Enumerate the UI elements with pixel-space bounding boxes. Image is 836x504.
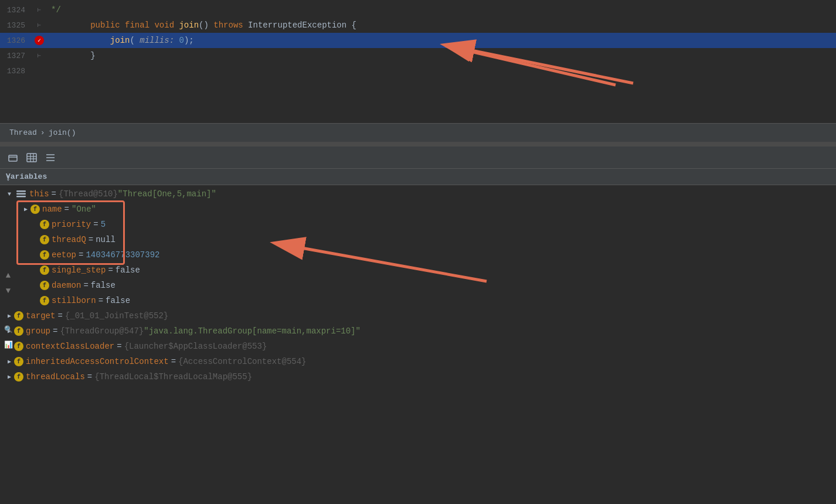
svg-rect-11 bbox=[16, 190, 26, 192]
var-value-single-step: false bbox=[115, 265, 140, 275]
field-icon-stillborn: f bbox=[40, 296, 49, 305]
var-name-target: target bbox=[26, 311, 55, 321]
table-view-button[interactable] bbox=[23, 149, 40, 166]
var-value-group: "java.lang.ThreadGroup[name=main,maxpri=… bbox=[144, 326, 361, 336]
code-lines: 1324 ⊢ */ 1325 ⊢ public final void join(… bbox=[0, 0, 836, 79]
var-row-single-step[interactable]: ▶ f single_step = false bbox=[0, 263, 836, 278]
var-row-daemon[interactable]: ▶ f daemon = false bbox=[0, 278, 836, 293]
line-number-1325: 1325 bbox=[0, 21, 32, 30]
var-equals-daemon: = bbox=[83, 281, 88, 290]
var-equals-stillborn: = bbox=[98, 296, 103, 305]
expand-arrow-name[interactable]: ▶ bbox=[21, 205, 30, 214]
restore-icon bbox=[8, 152, 18, 163]
var-row-inherited-access-control[interactable]: ▶ f inheritedAccessControlContext = {Acc… bbox=[0, 354, 836, 369]
var-row-context-class-loader[interactable]: ▶ f contextClassLoader = {Launcher$AppCl… bbox=[0, 339, 836, 354]
line-gutter-1327: ⊢ bbox=[32, 52, 46, 60]
var-row-name[interactable]: ▶ f name = "One" bbox=[0, 202, 836, 217]
breadcrumb-join[interactable]: join() bbox=[49, 128, 76, 137]
var-equals-this: = bbox=[52, 189, 56, 199]
var-row-thread-locals[interactable]: ▶ f threadLocals = {ThreadLocal$ThreadLo… bbox=[0, 369, 836, 384]
var-value-stillborn: false bbox=[106, 296, 130, 305]
var-row-threadQ[interactable]: ▶ f threadQ = null bbox=[0, 232, 836, 247]
svg-rect-1 bbox=[9, 155, 17, 161]
line-number-1327: 1327 bbox=[0, 52, 32, 60]
hamburger-icon-this bbox=[16, 190, 26, 198]
var-name-this: this bbox=[29, 189, 49, 199]
var-equals-priority: = bbox=[93, 220, 98, 229]
list-icon bbox=[45, 152, 56, 163]
field-icon-thread-locals: f bbox=[14, 372, 23, 382]
sidebar-up-icon[interactable]: ▲ bbox=[1, 268, 15, 282]
var-name-single-step: single_step bbox=[52, 265, 106, 275]
var-equals-name: = bbox=[64, 205, 69, 214]
expand-arrow-thread-locals[interactable]: ▶ bbox=[5, 372, 14, 382]
var-value-threadQ: null bbox=[96, 235, 115, 244]
var-name-group: group bbox=[26, 326, 50, 336]
table-icon bbox=[26, 152, 37, 163]
var-value-priority: 5 bbox=[101, 220, 106, 229]
fold-icon-1327[interactable]: ⊢ bbox=[35, 52, 43, 60]
code-line-1327: 1327 ⊢ } bbox=[0, 48, 836, 63]
svg-rect-3 bbox=[27, 154, 36, 162]
line-content-1327: } bbox=[46, 51, 96, 60]
var-row-stillborn[interactable]: ▶ f stillborn = false bbox=[0, 293, 836, 308]
var-name-threadQ: threadQ bbox=[52, 235, 86, 244]
line-number-1328: 1328 bbox=[0, 67, 32, 76]
var-row-priority[interactable]: ▶ f priority = 5 bbox=[0, 217, 836, 232]
var-value-target: {_01_01_JoinTest@552} bbox=[65, 311, 168, 321]
var-row-target[interactable]: ▶ f target = {_01_01_JoinTest@552} bbox=[0, 308, 836, 323]
var-name-name: name bbox=[42, 205, 62, 214]
line-gutter-1326 bbox=[32, 36, 46, 45]
var-row-eetop[interactable]: ▶ f eetop = 140346773307392 bbox=[0, 247, 836, 263]
expand-arrow-inherited-access-control[interactable]: ▶ bbox=[5, 357, 14, 366]
var-row-group[interactable]: ▶ f group = {ThreadGroup@547} "java.lang… bbox=[0, 323, 836, 339]
field-icon-priority: f bbox=[40, 220, 49, 229]
var-name-daemon: daemon bbox=[52, 281, 81, 290]
panel-divider bbox=[0, 142, 836, 147]
var-ref-group: {ThreadGroup@547} bbox=[60, 326, 144, 336]
svg-rect-13 bbox=[16, 196, 26, 197]
code-editor: 1324 ⊢ */ 1325 ⊢ public final void join(… bbox=[0, 0, 836, 123]
breadcrumb-thread[interactable]: Thread bbox=[9, 128, 37, 137]
field-icon-threadQ: f bbox=[40, 235, 49, 244]
debug-toolbar bbox=[0, 147, 836, 169]
left-sidebar: ↕ ▲ ▼ 🔍 📊 bbox=[0, 169, 16, 354]
breadcrumb-separator: › bbox=[40, 128, 45, 137]
svg-rect-12 bbox=[16, 193, 26, 195]
var-value-context-class-loader: {Launcher$AppClassLoader@553} bbox=[124, 342, 267, 351]
sidebar-watch-icon[interactable]: 📊 bbox=[1, 338, 15, 352]
var-name-thread-locals: threadLocals bbox=[26, 372, 85, 382]
breakpoint-icon[interactable] bbox=[35, 36, 44, 45]
var-row-this[interactable]: ▼ this = {Thread@510} "Thread[One,5,main… bbox=[0, 186, 836, 202]
var-equals-group: = bbox=[53, 326, 57, 336]
sidebar-cursor-icon[interactable]: ↕ bbox=[1, 171, 15, 185]
line-gutter-1325: ⊢ bbox=[32, 21, 46, 29]
field-icon-single-step: f bbox=[40, 265, 49, 275]
var-name-context-class-loader: contextClassLoader bbox=[26, 342, 114, 351]
field-icon-name: f bbox=[30, 205, 40, 214]
line-number-1326: 1326 bbox=[0, 36, 32, 45]
var-equals-threadQ: = bbox=[89, 235, 93, 244]
fold-icon[interactable]: ⊢ bbox=[35, 6, 43, 14]
list-view-button[interactable] bbox=[42, 149, 59, 166]
var-equals-inherited-access-control: = bbox=[171, 357, 176, 366]
var-value-this: "Thread[One,5,main]" bbox=[118, 189, 216, 199]
var-value-name: "One" bbox=[72, 205, 96, 214]
code-line-1326: 1326 join( millis: 0); bbox=[0, 33, 836, 48]
var-equals-eetop: = bbox=[79, 250, 83, 260]
var-name-inherited-access-control: inheritedAccessControlContext bbox=[26, 357, 169, 366]
var-value-inherited-access-control: {AccessControlContext@554} bbox=[178, 357, 306, 366]
var-equals-context-class-loader: = bbox=[117, 342, 121, 351]
var-ref-this: {Thread@510} bbox=[59, 189, 118, 199]
var-equals-thread-locals: = bbox=[87, 372, 92, 382]
sidebar-down-icon[interactable]: ▼ bbox=[1, 284, 15, 298]
var-name-stillborn: stillborn bbox=[52, 296, 96, 305]
line-number-1324: 1324 bbox=[0, 6, 32, 15]
restore-layout-button[interactable] bbox=[5, 149, 21, 166]
var-name-priority: priority bbox=[52, 220, 91, 229]
variables-header: Variables bbox=[0, 169, 836, 185]
variable-tree: ▼ this = {Thread@510} "Thread[One,5,main… bbox=[0, 185, 836, 386]
var-name-eetop: eetop bbox=[52, 250, 76, 260]
sidebar-inspect-icon[interactable]: 🔍 bbox=[1, 322, 15, 336]
fold-icon-1325[interactable]: ⊢ bbox=[35, 21, 43, 29]
